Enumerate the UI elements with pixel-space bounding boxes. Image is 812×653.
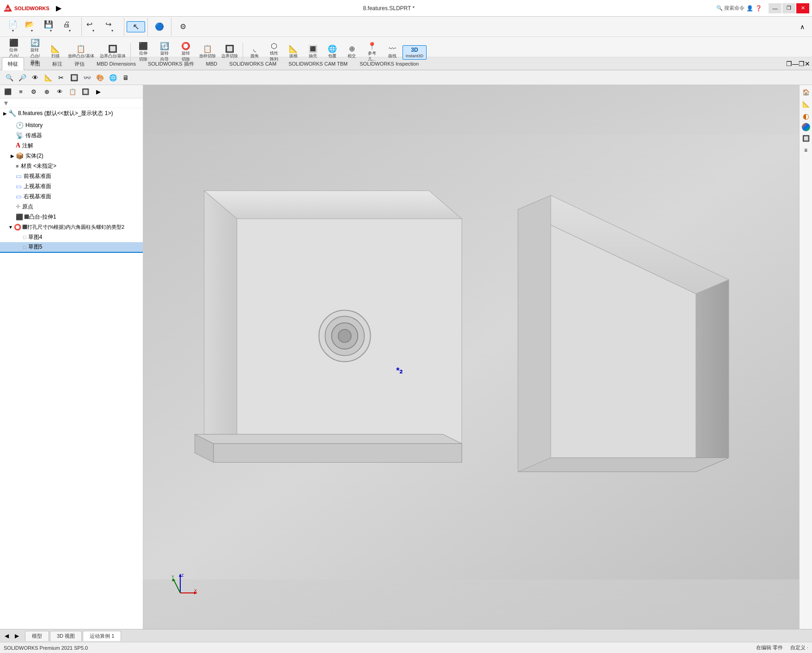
- display-manager-btn[interactable]: 🖥: [120, 72, 131, 83]
- user-icon[interactable]: 👤: [746, 5, 753, 12]
- nav-prev[interactable]: ◀: [2, 631, 11, 641]
- annotations-expand[interactable]: [9, 142, 16, 149]
- status-customize[interactable]: 自定义 ·: [790, 644, 808, 651]
- sketch5-icon: □: [23, 244, 26, 250]
- curves-icon: 〰: [389, 45, 396, 53]
- feature-icon-btn[interactable]: ⬛: [2, 86, 14, 97]
- rp-home-btn[interactable]: 🏠: [801, 87, 811, 97]
- rp-color-btn[interactable]: [802, 123, 810, 131]
- tree-item-hole-wizard[interactable]: ▼ ⭕ ⬛ 打孔尺寸(%根据)内六角圆柱头螺钉的类型2: [0, 222, 143, 232]
- toolbar-collapse[interactable]: ∧: [796, 22, 808, 31]
- top-plane-expand[interactable]: [9, 183, 16, 189]
- tab-sw-inspection[interactable]: SOLIDWORKS Inspection: [354, 57, 425, 70]
- tree-item-material[interactable]: ■ 材质 <未指定>: [0, 161, 143, 171]
- sensors-icon: 📡: [16, 132, 24, 139]
- tab-sw-cam[interactable]: SOLIDWORKS CAM: [223, 57, 282, 70]
- print-button[interactable]: 🖨 ▾: [61, 19, 79, 34]
- root-expand-icon[interactable]: ▶: [2, 110, 8, 116]
- redo-arrow[interactable]: ▾: [105, 29, 119, 33]
- history-expand[interactable]: [9, 122, 16, 128]
- scene-btn[interactable]: 👓: [81, 72, 92, 83]
- rp-display-btn[interactable]: 🔲: [801, 133, 811, 143]
- tab-mbd[interactable]: MBD: [200, 57, 223, 70]
- bottom-tab-model[interactable]: 模型: [25, 631, 49, 641]
- material-expand[interactable]: [9, 163, 16, 169]
- rp-rotate-btn[interactable]: ◐: [801, 111, 811, 121]
- tree-item-sketch5[interactable]: □ 草图5: [0, 242, 143, 253]
- display-manager-btn2[interactable]: 👁: [54, 86, 66, 97]
- property-manager-btn[interactable]: ≡: [15, 86, 27, 97]
- tab-evaluate[interactable]: 评估: [68, 57, 91, 70]
- tab-winclose-button[interactable]: ✕: [805, 60, 810, 67]
- solid-bodies-expand[interactable]: ▶: [9, 153, 16, 159]
- tab-mbd-dimensions[interactable]: MBD Dimensions: [91, 57, 142, 70]
- right-plane-expand[interactable]: [9, 193, 16, 200]
- view-settings-btn[interactable]: 🌐: [107, 72, 118, 83]
- save-button[interactable]: 💾 ▾: [42, 19, 60, 34]
- tab-markup[interactable]: 标注: [46, 57, 68, 70]
- tree-item-solid-bodies[interactable]: ▶ 📦 实体(2): [0, 151, 143, 161]
- help-icon[interactable]: ❓: [755, 5, 762, 12]
- tab-sw-cam-tbm[interactable]: SOLIDWORKS CAM TBM: [282, 57, 354, 70]
- tree-item-history[interactable]: 🕐 History: [0, 120, 143, 130]
- status-version: SOLIDWORKS Premium 2021 SP5.0: [4, 645, 756, 651]
- rp-list-btn[interactable]: ≡: [801, 145, 811, 155]
- undo-arrow[interactable]: ▾: [86, 29, 100, 33]
- hide-show-btn[interactable]: ✂: [55, 72, 67, 83]
- tree-item-right-plane[interactable]: ▭ 右视基准面: [0, 191, 143, 201]
- restore-button[interactable]: ❐: [782, 3, 795, 13]
- config-manager-btn[interactable]: ⚙: [28, 86, 40, 97]
- appearance-btn[interactable]: 🎨: [94, 72, 105, 83]
- feature-more-btn[interactable]: ▶: [92, 86, 104, 97]
- tab-expand-button[interactable]: ❐: [786, 60, 792, 67]
- tab-features[interactable]: 特征: [2, 57, 24, 70]
- zoom-out-icon-btn[interactable]: 🔍: [4, 72, 15, 83]
- new-arrow[interactable]: ▾: [6, 29, 20, 33]
- bottom-tab-motion[interactable]: 运动算例 1: [83, 631, 121, 641]
- tree-item-top-plane[interactable]: ▭ 上视基准面: [0, 181, 143, 191]
- rebuild-button[interactable]: 🔵: [150, 22, 169, 32]
- tree-item-annotations[interactable]: A 注解: [0, 140, 143, 151]
- window-controls: — ❐ ✕: [769, 3, 809, 13]
- tree-item-sketch4[interactable]: □ 草图4: [0, 232, 143, 242]
- boss-extrude1-expand[interactable]: [9, 214, 16, 220]
- minimize-button[interactable]: —: [769, 3, 781, 13]
- rp-measure-btn[interactable]: 📐: [801, 99, 811, 109]
- tree-item-sensors[interactable]: 📡 传感器: [0, 130, 143, 140]
- svg-marker-17: [696, 280, 729, 472]
- sensors-expand[interactable]: [9, 132, 16, 139]
- tree-item-origin[interactable]: ✛ 原点: [0, 201, 143, 212]
- view-sections-btn[interactable]: 📐: [43, 72, 54, 83]
- feature-search-btn[interactable]: 🔲: [79, 86, 92, 97]
- redo-button[interactable]: ↪ ▾: [103, 19, 122, 34]
- close-button[interactable]: ✕: [796, 3, 809, 13]
- zoom-in-icon-btn[interactable]: 🔎: [17, 72, 28, 83]
- display-style-btn[interactable]: 🔲: [68, 72, 79, 83]
- open-arrow[interactable]: ▾: [25, 29, 39, 33]
- bottom-tab-3dview[interactable]: 3D 视图: [50, 631, 82, 641]
- tab-close-button[interactable]: —: [792, 60, 799, 67]
- select-button[interactable]: ↖: [127, 21, 145, 32]
- open-button[interactable]: 📂 ▾: [23, 19, 41, 34]
- options-button[interactable]: ⚙: [174, 22, 192, 32]
- tree-root[interactable]: ▶ 🔧 8.features (默认<<默认>_显示状态 1>): [0, 108, 143, 118]
- front-plane-expand[interactable]: [9, 173, 16, 179]
- tab-restore-button[interactable]: ❐: [799, 60, 805, 67]
- viewport[interactable]: *₂ Z X: [143, 85, 799, 629]
- print-arrow[interactable]: ▾: [63, 29, 77, 33]
- new-button[interactable]: 📄 ▾: [4, 19, 22, 34]
- undo-button[interactable]: ↩ ▾: [84, 19, 103, 34]
- view-orient-btn[interactable]: 👁: [30, 72, 41, 83]
- tree-item-front-plane[interactable]: ▭ 前视基准面: [0, 171, 143, 181]
- save-arrow[interactable]: ▾: [44, 29, 58, 33]
- hole-wizard-expand[interactable]: ▼: [7, 224, 14, 230]
- origin-expand[interactable]: [9, 203, 16, 210]
- dim-xpert-btn[interactable]: ⊕: [41, 86, 53, 97]
- undo-redo-tools: ↩ ▾ ↪ ▾: [84, 19, 122, 34]
- search-box[interactable]: 🔍 搜索命令: [716, 5, 745, 12]
- tree-item-boss-extrude1[interactable]: ⬛ ⬛ 凸台-拉伸1: [0, 212, 143, 222]
- tab-sketch[interactable]: 草图: [24, 57, 46, 70]
- nav-next[interactable]: ▶: [12, 631, 21, 641]
- tab-sw-plugins[interactable]: SOLIDWORKS 插件: [142, 57, 200, 70]
- cam-feature-btn[interactable]: 📋: [67, 86, 79, 97]
